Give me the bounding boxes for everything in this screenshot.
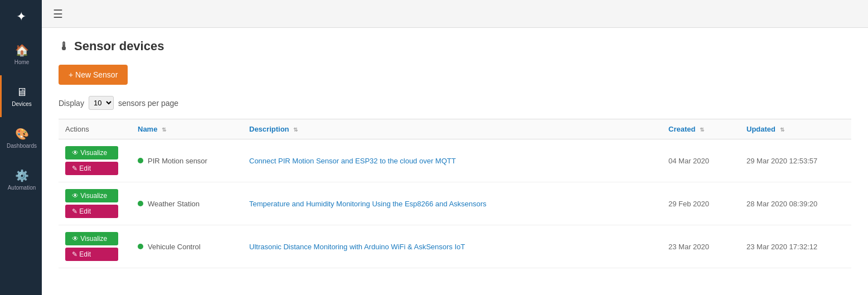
updated-cell-2: 23 Mar 2020 17:32:12 — [740, 225, 851, 268]
updated-date-1: 28 Mar 2020 08:39:20 — [746, 200, 817, 208]
sort-icon-description: ⇅ — [293, 127, 298, 133]
logo: ✦ — [0, 0, 42, 33]
display-row: Display 10 25 50 sensors per page — [59, 96, 851, 110]
sidebar-item-dashboards[interactable]: 🎨 Dashboards — [0, 117, 42, 159]
description-text-2: Ultrasonic Distance Monitoring with Ardu… — [249, 243, 465, 251]
sensor-name-1: Weather Station — [148, 200, 200, 208]
sidebar: ✦ 🏠 Home 🖥 Devices 🎨 Dashboards ⚙️ Autom… — [0, 0, 42, 295]
content: 🌡 Sensor devices + New Sensor Display 10… — [42, 28, 868, 295]
updated-cell-1: 28 Mar 2020 08:39:20 — [740, 182, 851, 225]
created-date-1: 29 Feb 2020 — [668, 200, 709, 208]
created-cell-2: 23 Mar 2020 — [662, 225, 740, 268]
logo-icon: ✦ — [16, 9, 26, 24]
display-label: Display — [59, 99, 84, 108]
col-header-actions: Actions — [59, 119, 131, 139]
actions-cell-2: 👁 Visualize ✎ Edit — [59, 225, 131, 268]
new-sensor-button[interactable]: + New Sensor — [59, 65, 128, 85]
active-dot-1 — [138, 201, 143, 206]
per-page-select[interactable]: 10 25 50 — [89, 96, 114, 110]
table-row: 👁 Visualize ✎ Edit Vehicule Control Ultr… — [59, 225, 851, 268]
menu-icon[interactable]: ☰ — [53, 7, 63, 21]
active-dot-2 — [138, 244, 143, 249]
col-header-description[interactable]: Description ⇅ — [243, 119, 662, 139]
page-title-text: Sensor devices — [74, 39, 164, 54]
description-cell-0: Connect PIR Motion Sensor and ESP32 to t… — [243, 139, 662, 182]
active-dot-0 — [138, 158, 143, 163]
visualize-button-1[interactable]: 👁 Visualize — [65, 189, 118, 202]
sidebar-label-automation: Automation — [8, 185, 36, 191]
name-cell-0: PIR Motion sensor — [131, 139, 243, 182]
sidebar-item-automation[interactable]: ⚙️ Automation — [0, 159, 42, 201]
sidebar-label-dashboards: Dashboards — [7, 143, 37, 149]
automation-icon: ⚙️ — [15, 169, 29, 182]
table-row: 👁 Visualize ✎ Edit PIR Motion sensor Con… — [59, 139, 851, 182]
col-header-name[interactable]: Name ⇅ — [131, 119, 243, 139]
updated-cell-0: 29 Mar 2020 12:53:57 — [740, 139, 851, 182]
topbar: ☰ — [42, 0, 868, 28]
created-date-0: 04 Mar 2020 — [668, 157, 709, 165]
edit-button-2[interactable]: ✎ Edit — [65, 248, 118, 261]
description-cell-2: Ultrasonic Distance Monitoring with Ardu… — [243, 225, 662, 268]
name-cell-1: Weather Station — [131, 182, 243, 225]
created-cell-0: 04 Mar 2020 — [662, 139, 740, 182]
thermometer-icon: 🌡 — [59, 40, 70, 53]
sort-icon-name: ⇅ — [162, 127, 166, 133]
updated-date-0: 29 Mar 2020 12:53:57 — [746, 157, 817, 165]
sensor-name-2: Vehicule Control — [148, 243, 201, 251]
dashboards-icon: 🎨 — [15, 127, 29, 141]
actions-cell-0: 👁 Visualize ✎ Edit — [59, 139, 131, 182]
created-date-2: 23 Mar 2020 — [668, 243, 709, 251]
edit-button-0[interactable]: ✎ Edit — [65, 162, 118, 175]
visualize-button-0[interactable]: 👁 Visualize — [65, 146, 118, 159]
description-cell-1: Temperature and Humidity Monitoring Usin… — [243, 182, 662, 225]
home-icon: 🏠 — [15, 43, 29, 57]
per-page-suffix: sensors per page — [118, 99, 178, 108]
description-text-0: Connect PIR Motion Sensor and ESP32 to t… — [249, 157, 456, 165]
main-area: ☰ 🌡 Sensor devices + New Sensor Display … — [42, 0, 868, 295]
col-header-updated[interactable]: Updated ⇅ — [740, 119, 851, 139]
sort-icon-updated: ⇅ — [780, 127, 784, 133]
visualize-button-2[interactable]: 👁 Visualize — [65, 232, 118, 245]
sensor-name-0: PIR Motion sensor — [148, 157, 207, 165]
actions-cell-1: 👁 Visualize ✎ Edit — [59, 182, 131, 225]
sensor-table: Actions Name ⇅ Description ⇅ Created ⇅ U… — [59, 119, 851, 268]
sort-icon-created: ⇅ — [700, 127, 704, 133]
description-text-1: Temperature and Humidity Monitoring Usin… — [249, 200, 487, 208]
table-row: 👁 Visualize ✎ Edit Weather Station Tempe… — [59, 182, 851, 225]
sidebar-label-devices: Devices — [12, 101, 32, 107]
page-title: 🌡 Sensor devices — [59, 39, 851, 54]
sidebar-label-home: Home — [14, 59, 30, 65]
edit-button-1[interactable]: ✎ Edit — [65, 205, 118, 218]
name-cell-2: Vehicule Control — [131, 225, 243, 268]
updated-date-2: 23 Mar 2020 17:32:12 — [746, 243, 817, 251]
sidebar-item-devices[interactable]: 🖥 Devices — [0, 75, 42, 117]
col-header-created[interactable]: Created ⇅ — [662, 119, 740, 139]
devices-icon: 🖥 — [16, 86, 27, 99]
sidebar-item-home[interactable]: 🏠 Home — [0, 33, 42, 75]
created-cell-1: 29 Feb 2020 — [662, 182, 740, 225]
